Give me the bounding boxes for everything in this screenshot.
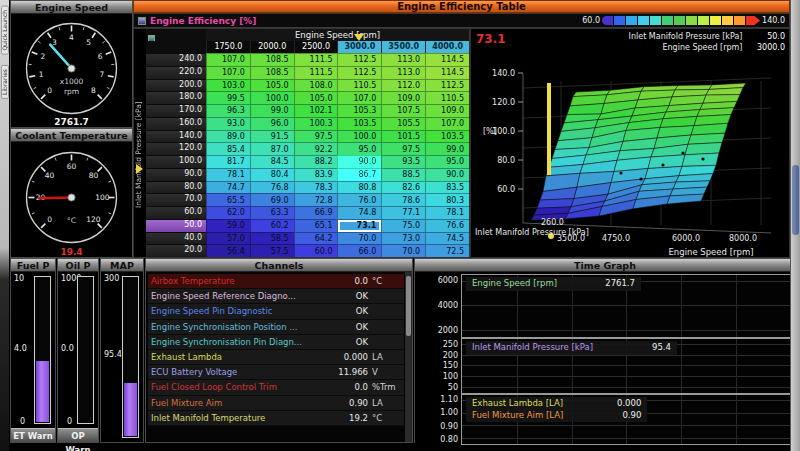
table-cell[interactable]: 110.5 [425, 91, 469, 104]
table-cell[interactable]: 85.4 [206, 142, 250, 155]
table-cell[interactable]: 59.0 [206, 219, 250, 232]
column-header[interactable]: 3500.0 [381, 41, 425, 53]
table-cell[interactable]: 72.5 [425, 244, 469, 257]
table-cell[interactable]: 112.5 [425, 79, 469, 92]
table-cell[interactable]: 111.5 [294, 53, 338, 66]
table-cell[interactable]: 97.5 [381, 142, 425, 155]
table-cell[interactable]: 62.0 [206, 206, 250, 219]
table-cell[interactable]: 78.3 [294, 181, 338, 194]
table-cell[interactable]: 95.0 [337, 142, 381, 155]
table-cell[interactable]: 114.5 [425, 66, 469, 79]
table-cell[interactable]: 57.0 [206, 232, 250, 245]
channel-row[interactable]: Engine Speed Pin DiagnosticOK [148, 304, 404, 319]
table-cell[interactable]: 101.5 [381, 130, 425, 143]
table-cell[interactable]: 70.0 [381, 244, 425, 257]
sidebar-tab-libraries[interactable]: Libraries [1, 65, 9, 99]
table-cell[interactable]: 83.9 [294, 168, 338, 181]
table-cell[interactable]: 99.0 [425, 142, 469, 155]
row-header[interactable]: 20.0 [146, 244, 206, 257]
table-cell[interactable]: 74.5 [425, 232, 469, 245]
table-cell[interactable]: 112.5 [337, 53, 381, 66]
table-cell[interactable]: 72.8 [294, 193, 338, 206]
surface-3d-plot[interactable]: 140.0120.0100.080.060.0[%]3500.04750.060… [471, 53, 789, 257]
table-cell[interactable]: 100.0 [250, 91, 294, 104]
table-cell[interactable]: 78.1 [425, 206, 469, 219]
table-cell[interactable]: 103.0 [206, 79, 250, 92]
table-cell[interactable]: 108.5 [250, 53, 294, 66]
channels-scrollbar[interactable] [405, 272, 412, 442]
table-cell[interactable]: 99.5 [206, 91, 250, 104]
table-cell[interactable]: 88.2 [294, 155, 338, 168]
table-cell[interactable]: 108.5 [250, 66, 294, 79]
channel-row[interactable]: Exhaust Lambda0.000LA [148, 350, 404, 365]
row-header[interactable]: 80.0 [146, 181, 206, 194]
channel-row[interactable]: Inlet Manifold Temperature19.2°C [148, 411, 404, 426]
row-header[interactable]: 40.0 [146, 232, 206, 245]
channel-row[interactable]: Engine Speed Reference Diagno...OK [148, 289, 404, 304]
table-cell[interactable]: 112.5 [337, 66, 381, 79]
table-cell[interactable]: 96.3 [206, 104, 250, 117]
table-cell[interactable]: 107.5 [381, 104, 425, 117]
table-cell[interactable]: 73.1 [337, 219, 381, 232]
table-cell[interactable]: 113.0 [381, 66, 425, 79]
table-cell[interactable]: 84.5 [250, 155, 294, 168]
table-cell[interactable]: 78.1 [206, 168, 250, 181]
warn-button[interactable]: OP Warn [58, 428, 98, 442]
time-graph-plot[interactable]: Engine Speed [rpm]2761.7 [461, 274, 793, 338]
table-cell[interactable]: 105.0 [294, 91, 338, 104]
warn-button[interactable]: ET Warn [11, 428, 55, 442]
table-cell[interactable]: 76.8 [250, 181, 294, 194]
row-header[interactable]: 100.0 [146, 155, 206, 168]
channel-row[interactable]: Engine Synchronisation Position ...OK [148, 320, 404, 335]
table-cell[interactable]: 114.5 [425, 53, 469, 66]
table-cell[interactable]: 87.0 [250, 142, 294, 155]
table-cell[interactable]: 93.0 [206, 117, 250, 130]
row-header[interactable]: 170.0 [146, 104, 206, 117]
row-header[interactable]: 50.0 [146, 219, 206, 232]
time-graph-plot[interactable]: Exhaust Lambda [LA]0.000Fuel Mixture Aim… [461, 394, 793, 445]
table-cell[interactable]: 112.0 [381, 79, 425, 92]
table-cell[interactable]: 110.5 [337, 79, 381, 92]
right-scrollbar[interactable] [790, 0, 800, 451]
column-header[interactable]: 1750.0 [206, 41, 250, 53]
table-cell[interactable]: 109.0 [381, 91, 425, 104]
table-cell[interactable]: 60.2 [250, 219, 294, 232]
sidebar-tab-quick-launch[interactable]: Quick Launch [1, 6, 9, 55]
table-cell[interactable]: 99.0 [250, 104, 294, 117]
row-header[interactable]: 140.0 [146, 130, 206, 143]
row-header[interactable]: 160.0 [146, 117, 206, 130]
table-cell[interactable]: 97.5 [294, 130, 338, 143]
table-cell[interactable]: 100.3 [294, 117, 338, 130]
channel-row[interactable]: Fuel Closed Loop Control Trim0.0%Trm [148, 380, 404, 395]
channel-row[interactable]: Airbox Temperature0.0°C [148, 274, 404, 289]
table-cell[interactable]: 73.0 [381, 232, 425, 245]
channel-row[interactable]: ECU Battery Voltage11.966V [148, 365, 404, 380]
table-cell[interactable]: 113.0 [381, 53, 425, 66]
table-cell[interactable]: 65.5 [206, 193, 250, 206]
table-cell[interactable]: 111.5 [294, 66, 338, 79]
table-cell[interactable]: 65.1 [294, 219, 338, 232]
channels-scrollbar-thumb[interactable] [406, 276, 411, 336]
table-cell[interactable]: 107.0 [425, 117, 469, 130]
time-graph-plot[interactable]: Inlet Manifold Pressure [kPa]95.4 [461, 338, 793, 394]
channel-row[interactable]: Engine Synchronisation Pin Diagn...OK [148, 335, 404, 350]
table-cell[interactable]: 109.0 [425, 104, 469, 117]
table-cell[interactable]: 66.9 [294, 206, 338, 219]
table-cell[interactable]: 105.0 [250, 79, 294, 92]
table-cell[interactable]: 82.6 [381, 181, 425, 194]
column-header[interactable]: 2000.0 [250, 41, 294, 53]
table-cell[interactable]: 63.3 [250, 206, 294, 219]
row-header[interactable]: 90.0 [146, 168, 206, 181]
table-cell[interactable]: 107.0 [206, 53, 250, 66]
column-header[interactable]: 3000.0 [337, 41, 381, 53]
table-cell[interactable]: 76.6 [425, 219, 469, 232]
row-header[interactable]: 60.0 [146, 206, 206, 219]
row-header[interactable]: 220.0 [146, 66, 206, 79]
table-cell[interactable]: 105.5 [381, 117, 425, 130]
table-cell[interactable]: 100.0 [337, 130, 381, 143]
table-cell[interactable]: 102.1 [294, 104, 338, 117]
table-cell[interactable]: 96.0 [250, 117, 294, 130]
table-cell[interactable]: 103.5 [425, 130, 469, 143]
table-cell[interactable]: 93.5 [381, 155, 425, 168]
table-cell[interactable]: 92.2 [294, 142, 338, 155]
